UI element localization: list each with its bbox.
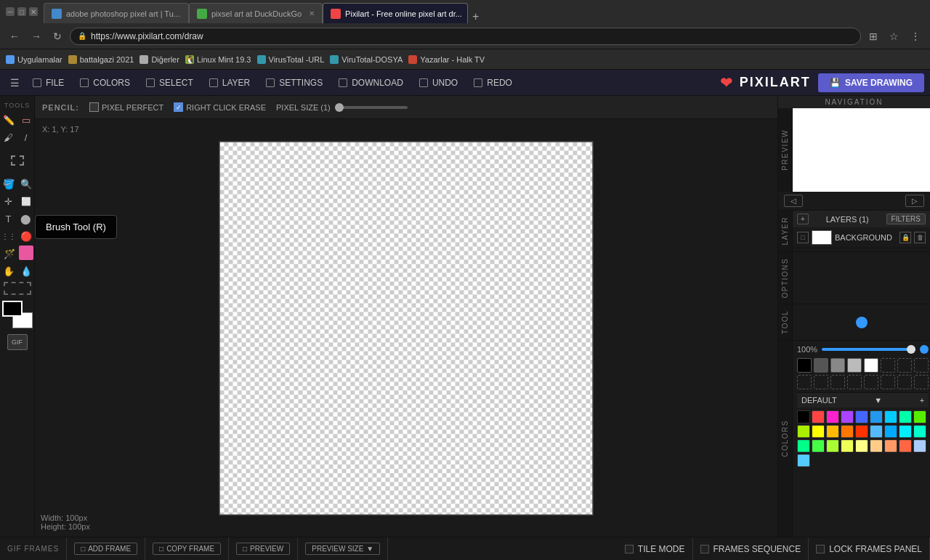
preview-prev-button[interactable]: ◁ — [784, 195, 803, 207]
save-drawing-button[interactable]: 💾 SAVE DRAWING — [818, 73, 924, 92]
browser-tab-2[interactable]: pixsel art at DuckDuckGo ✕ — [189, 3, 323, 23]
close-button[interactable]: ✕ — [29, 7, 38, 16]
palette-color-orange-r[interactable] — [855, 425, 868, 438]
bookmark-virustotal-url[interactable]: VirusTotal -URL — [257, 55, 325, 64]
pencil-tool-button[interactable]: ✏️ — [1, 112, 17, 128]
color-cell-empty[interactable] — [864, 375, 878, 389]
bookmark-battalgazi[interactable]: battalgazi 2021 — [68, 55, 134, 64]
color-cell[interactable] — [847, 358, 862, 373]
color-cell-empty[interactable] — [881, 358, 895, 373]
back-button[interactable]: ← — [6, 29, 23, 44]
palette-color-electric-cyan[interactable] — [899, 425, 912, 438]
pixel-size-slider[interactable] — [335, 106, 408, 109]
bookmark-yazarlar[interactable]: Yazarlar - Halk TV — [408, 55, 485, 64]
hand-tool-button[interactable]: ✋ — [1, 263, 17, 279]
color-cell-empty[interactable] — [914, 375, 929, 389]
palette-color-purple[interactable] — [841, 410, 854, 423]
menu-file[interactable]: FILE — [25, 75, 71, 91]
bookmark-apps[interactable]: Uygulamalar — [6, 55, 62, 64]
menu-redo[interactable]: REDO — [466, 75, 519, 91]
color-cell-empty[interactable] — [914, 358, 929, 373]
layer-visibility-button[interactable]: □ — [797, 232, 809, 243]
color-cell-empty[interactable] — [847, 375, 862, 389]
palette-color-mint[interactable] — [913, 425, 926, 438]
palette-color-yellow-lime[interactable] — [826, 439, 839, 453]
palette-color-coral[interactable] — [899, 439, 912, 453]
menu-select[interactable]: SELECT — [139, 75, 201, 91]
palette-color-skyblue[interactable] — [870, 410, 883, 423]
preview-size-button[interactable]: PREVIEW SIZE ▼ — [305, 543, 380, 555]
color-cell[interactable] — [814, 358, 828, 373]
menu-layer[interactable]: LAYER — [202, 75, 257, 91]
palette-color-green[interactable] — [797, 439, 810, 453]
palette-color-cyan[interactable] — [884, 410, 897, 423]
hamburger-button[interactable]: ☰ — [6, 74, 24, 92]
copy-frame-button[interactable]: □ COPY FRAME — [153, 543, 221, 555]
menu-settings[interactable]: SETTINGS — [259, 75, 330, 91]
color-cell[interactable] — [797, 358, 812, 373]
gif-tool-button[interactable]: GIF — [7, 334, 28, 350]
browser-tab-1[interactable]: adobe photoshop pixel art | Tu... ✕ — [44, 3, 189, 23]
palette-add-button[interactable]: + — [920, 396, 924, 405]
preview-button[interactable]: □ PREVIEW — [236, 543, 290, 555]
palette-color-black[interactable] — [797, 410, 810, 423]
marquee-tool-button[interactable]: ⬜ — [18, 193, 34, 209]
rect-select-tool-button[interactable] — [4, 147, 31, 174]
opacity-slider[interactable] — [822, 348, 915, 351]
color-replace-button[interactable] — [19, 245, 33, 260]
palette-color-pale-lime[interactable] — [841, 439, 854, 453]
line-tool-button[interactable]: / — [18, 129, 34, 145]
smudge-tool-button[interactable]: 🔴 — [18, 228, 34, 244]
palette-color-pale-blue[interactable] — [913, 439, 926, 453]
pixel-canvas[interactable] — [219, 141, 594, 515]
color-cell[interactable] — [830, 358, 845, 373]
eyedropper-tool-button[interactable]: 🔍 — [18, 176, 34, 192]
palette-color-orange-y[interactable] — [826, 425, 839, 438]
preview-next-button[interactable]: ▷ — [905, 195, 924, 207]
palette-color-orange[interactable] — [841, 425, 854, 438]
dither-tool-button[interactable]: ⋮⋮ — [1, 228, 17, 244]
color-cell[interactable] — [864, 358, 878, 373]
palette-color-teal[interactable] — [899, 410, 912, 423]
add-layer-button[interactable]: + — [797, 214, 809, 224]
bookmark-virustotal-dosya[interactable]: ViruTotal-DOSYA — [330, 55, 403, 64]
menu-colors[interactable]: COLORS — [73, 75, 137, 91]
palette-color-pink[interactable] — [826, 410, 839, 423]
palette-color-bright-blue[interactable] — [884, 425, 897, 438]
fill-tool-button[interactable]: 🪣 — [1, 176, 17, 192]
eraser-tool-button[interactable]: ▭ — [18, 112, 34, 128]
color-cell-empty[interactable] — [814, 375, 828, 389]
tab-2-close[interactable]: ✕ — [309, 9, 315, 17]
palette-color-pale-yellow[interactable] — [855, 439, 868, 453]
palette-color-bright-green[interactable] — [812, 439, 825, 453]
color-cell-empty[interactable] — [897, 375, 912, 389]
filters-button[interactable]: FILTERS — [886, 214, 926, 224]
palette-color-sky[interactable] — [797, 454, 810, 467]
color-cell-empty[interactable] — [830, 375, 845, 389]
new-tab-button[interactable]: + — [468, 10, 483, 23]
canvas-frame[interactable] — [35, 119, 777, 537]
move-tool-button[interactable]: ✛ — [1, 193, 17, 209]
palette-dropdown-button[interactable]: ▼ — [874, 396, 882, 405]
palette-color-blue[interactable] — [855, 410, 868, 423]
lasso-tool-button[interactable] — [4, 282, 31, 295]
palette-color-salmon[interactable] — [884, 439, 897, 453]
browser-tab-3[interactable]: Pixilart - Free online pixel art dr... ✕ — [323, 3, 468, 23]
palette-color-yellow-green[interactable] — [797, 425, 810, 438]
layer-lock-button[interactable]: 🔒 — [899, 232, 911, 243]
palette-color-light-blue[interactable] — [870, 425, 883, 438]
frames-sequence-checkbox[interactable] — [700, 545, 709, 553]
menu-button[interactable]: ⋮ — [907, 29, 924, 44]
pixel-perfect-checkbox[interactable]: PIXEL PERFECT — [89, 102, 163, 112]
palette-color-peach[interactable] — [870, 439, 883, 453]
color-cell-empty[interactable] — [797, 375, 812, 389]
palette-color-yellow[interactable] — [812, 425, 825, 438]
bookmark-diger[interactable]: Diğerler — [140, 55, 179, 64]
menu-download[interactable]: DOWNLOAD — [331, 75, 411, 91]
wand-tool-button[interactable]: 🪄 — [1, 245, 17, 261]
palette-color-red[interactable] — [812, 410, 825, 423]
add-frame-button[interactable]: □ ADD FRAME — [74, 543, 137, 555]
extensions-button[interactable]: ⊞ — [865, 29, 881, 44]
color-cell-empty[interactable] — [897, 358, 912, 373]
menu-undo[interactable]: UNDO — [412, 75, 465, 91]
